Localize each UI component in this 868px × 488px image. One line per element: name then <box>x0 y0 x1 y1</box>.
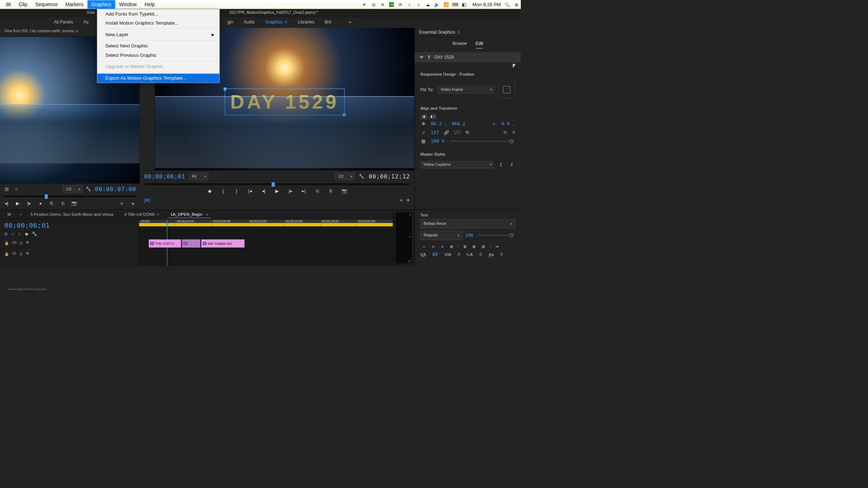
export-frame-icon[interactable]: 📷 <box>71 201 77 206</box>
menu-export-mogrt[interactable]: Export As Motion Graphics Template... <box>97 73 220 83</box>
program-scrubber[interactable] <box>144 183 410 186</box>
keyboard-icon[interactable]: ⌨ <box>452 2 458 7</box>
notifications-icon[interactable]: ≣ <box>514 2 519 7</box>
workspace-assembly[interactable]: As <box>82 18 90 26</box>
workspace-overflow-icon[interactable]: » <box>349 19 351 25</box>
menu-clip[interactable]: Clip <box>15 0 31 9</box>
menubar-clock[interactable]: Mon 9:26 PM <box>472 2 501 8</box>
home-icon[interactable]: ⌂ <box>416 2 421 7</box>
marker-icon[interactable]: ◆ <box>207 188 213 194</box>
pin-flag-icon[interactable]: ▛ <box>513 64 515 67</box>
leading-val[interactable]: 0 <box>479 252 482 257</box>
pos-y[interactable]: 968.2 <box>452 121 465 126</box>
menu-add-fonts[interactable]: Add Fonts from Typekit... <box>97 9 220 18</box>
sync-icon[interactable]: ⟳ <box>398 2 403 7</box>
tl-tab-m[interactable]: M <box>5 211 13 218</box>
align-left-icon[interactable]: ▯◧ <box>420 113 427 119</box>
timeline-timecode[interactable]: 00;00;06;01 <box>4 222 135 229</box>
wrench-icon[interactable]: 🔧 <box>85 186 92 192</box>
font-weight-select[interactable]: Regular <box>420 231 463 240</box>
opacity-val[interactable]: 100 % <box>431 139 444 144</box>
mark-out-icon[interactable]: |▸ <box>26 201 32 206</box>
track-v3[interactable]: 🔒V3⊡👁 <box>4 239 135 247</box>
extract-icon[interactable]: ⎘ <box>328 188 334 194</box>
tl-tab-open[interactable]: 1A_OPEN_Begin≡ <box>168 211 211 218</box>
align-center-icon[interactable]: ≡ <box>429 243 437 250</box>
opacity-slider[interactable] <box>451 141 514 142</box>
search-sys-icon[interactable]: ⌕ <box>407 2 412 7</box>
comparison-icon[interactable]: [⊕] <box>144 197 150 203</box>
menu-install-mogrt[interactable]: Install Motion Graphics Template... <box>97 18 220 28</box>
layer-name[interactable]: DAY 1529 <box>434 55 454 60</box>
hamburger-icon[interactable]: ≡ <box>206 212 209 216</box>
link-icon[interactable]: 🔗 <box>443 130 450 135</box>
scale-w[interactable]: 157 <box>431 130 439 135</box>
menu-edit[interactable]: dit <box>2 0 15 9</box>
workspace-audio[interactable]: Audio <box>242 18 256 26</box>
justify-last-left-icon[interactable]: ≣ <box>461 243 469 250</box>
clip-vast[interactable]: fxTHE VAST H <box>149 239 181 248</box>
snap-icon[interactable]: ∩ <box>11 231 14 236</box>
hamburger-icon[interactable]: ≡ <box>285 20 287 25</box>
export-frame-icon[interactable]: 📷 <box>341 188 348 194</box>
overflow-icon[interactable]: » <box>119 201 125 206</box>
title-bounding-box[interactable]: DAY 1529 <box>225 89 345 115</box>
marker-icon[interactable]: ◆ <box>25 231 28 236</box>
workspace-brit[interactable]: Brit <box>323 18 333 26</box>
go-out-icon[interactable]: ▸| <box>301 188 307 194</box>
title-text[interactable]: DAY 1529 <box>230 91 339 113</box>
overflow-icon[interactable]: » <box>400 198 403 203</box>
wifi-icon[interactable]: 📶 <box>443 2 448 7</box>
source-settings-icon[interactable]: ▤ <box>4 186 10 192</box>
creative-cloud-icon[interactable]: ◎ <box>371 2 376 7</box>
eg-tab-browse[interactable]: Browse <box>452 41 467 49</box>
program-tc-left[interactable]: 00;00;06;01 <box>144 173 185 180</box>
eye-icon[interactable]: 👁 <box>420 55 424 60</box>
menu-graphics[interactable]: Graphics <box>88 0 115 9</box>
wrench-icon[interactable]: 🔧 <box>32 231 37 236</box>
workspace-all-panels[interactable]: All Panels <box>52 18 75 26</box>
battery-icon[interactable]: ▮▯ <box>461 2 467 7</box>
eg-layer-row[interactable]: 👁 T DAY 1529 <box>415 52 521 62</box>
program-fit-select[interactable]: Fit <box>189 173 208 180</box>
pin-to-select[interactable]: Video Frame <box>438 86 494 93</box>
linked-icon[interactable]: ⎌ <box>18 231 21 236</box>
dropbox-icon[interactable]: ⧈ <box>380 2 385 7</box>
mark-in-icon[interactable]: ◂| <box>4 201 10 206</box>
lift-icon[interactable]: ⎗ <box>314 188 320 194</box>
source-timecode[interactable]: 00:00:07:00 <box>95 186 136 193</box>
nest-icon[interactable]: ⧉ <box>4 231 7 236</box>
workspace-gin[interactable]: gin <box>226 18 235 26</box>
clip-multiple[interactable]: fxwith multiple text <box>201 239 244 248</box>
add-button-icon[interactable]: + <box>130 200 136 207</box>
anchor-val[interactable]: 0.0 , <box>501 121 515 126</box>
align-center-icon[interactable]: ◧▯ <box>429 113 436 119</box>
kerning-val[interactable]: 0 <box>458 252 460 257</box>
overwrite-icon[interactable]: ⎗ <box>60 201 66 206</box>
rotation-val[interactable]: 0 <box>512 130 515 135</box>
in-bracket-icon[interactable]: { <box>220 188 226 194</box>
font-family-select[interactable]: Bebas Neue <box>420 219 515 228</box>
timeline-tracks[interactable]: ;00;0000;00;04;0000;00;08;0000;00;12;000… <box>139 219 393 266</box>
add-button-icon[interactable]: + <box>407 197 410 203</box>
justify-icon[interactable]: ≣ <box>448 243 455 250</box>
clip-mid[interactable]: fx <box>182 239 200 248</box>
tracking-val[interactable]: 80 <box>433 252 438 257</box>
pin-diagram[interactable] <box>498 81 515 98</box>
menu-select-next[interactable]: Select Next Graphic <box>97 42 220 51</box>
sync-up-icon[interactable]: ↥ <box>498 161 504 168</box>
program-zoom-select[interactable]: 1/2 <box>335 173 354 180</box>
align-right-icon[interactable]: ≡ <box>439 243 446 250</box>
master-style-select[interactable]: Yellow Captions <box>420 161 493 168</box>
panel-menu-icon[interactable]: ≡ <box>458 30 460 35</box>
menu-select-prev[interactable]: Select Previous Graphic <box>97 51 220 60</box>
volume-icon[interactable]: 🔊 <box>434 2 439 7</box>
justify-last-center-icon[interactable]: ≣ <box>471 243 478 250</box>
tl-tab-demo[interactable]: 5 Position Demo: Sun Earth Moon and Venu… <box>28 211 115 218</box>
go-in-icon[interactable]: |◂ <box>247 188 253 194</box>
menu-window[interactable]: Window <box>115 0 141 9</box>
cloud-upload-icon[interactable]: ☁ <box>425 2 430 7</box>
menu-new-layer[interactable]: New Layer▶ <box>97 30 220 39</box>
tab-icon[interactable]: ⇥ <box>493 243 501 250</box>
carbonite-icon[interactable]: Cb <box>389 2 394 7</box>
